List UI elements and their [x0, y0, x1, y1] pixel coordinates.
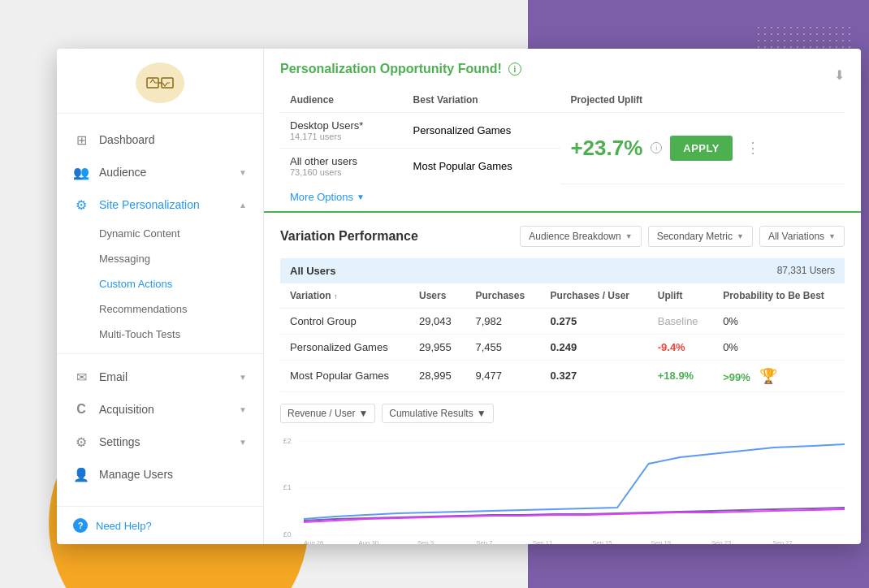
sidebar-item-email[interactable]: ✉ Email ▼	[57, 361, 263, 393]
more-options-icon[interactable]: ⋮	[741, 137, 765, 158]
svg-text:Aug 26: Aug 26	[304, 538, 324, 544]
var-ppu-control: 0.275	[541, 308, 648, 334]
svg-text:Sep 27: Sep 27	[772, 538, 792, 544]
var-purchases-control: 7,982	[465, 308, 540, 334]
sidebar-item-dynamic-content[interactable]: Dynamic Content	[57, 221, 263, 246]
audience-breakdown-label: Audience Breakdown	[529, 231, 620, 242]
var-prob-personalized: 0%	[713, 334, 845, 360]
uplift-value: +23.7%	[570, 136, 642, 161]
apply-button[interactable]: APPLY	[670, 136, 733, 161]
download-icon[interactable]: ⬇	[834, 67, 845, 83]
svg-text:£2: £2	[283, 436, 292, 444]
audience-name-desktop: Desktop Users*	[290, 119, 394, 132]
more-options-button[interactable]: More Options ▼	[280, 184, 845, 211]
sidebar-item-recommendations[interactable]: Recommendations	[57, 296, 263, 322]
sidebar-item-manage-users[interactable]: 👤 Manage Users	[57, 458, 263, 491]
var-purchases-personalized: 7,455	[465, 334, 540, 360]
audience-breakdown-button[interactable]: Audience Breakdown ▼	[520, 226, 641, 247]
results-dropdown[interactable]: Cumulative Results ▼	[382, 404, 493, 423]
audience-name-other: All other users	[290, 155, 394, 167]
chart-area: Revenue / User ▼ Cumulative Results ▼ £2…	[264, 392, 861, 545]
results-label: Cumulative Results	[389, 408, 473, 419]
more-options-label: More Options	[290, 191, 353, 203]
chart-wrapper: £2 £1 £0 Aug 26 Aug 30 Sep 3 Sep 7 Sep 1…	[280, 431, 845, 545]
opp-row-1: Desktop Users* 14,171 users Personalized…	[280, 113, 845, 149]
uplift-row: +23.7% i APPLY ⋮	[570, 136, 835, 161]
svg-text:£0: £0	[283, 530, 292, 538]
audience-count-desktop: 14,171 users	[290, 132, 394, 141]
chevron-down-icon-acquisition: ▼	[239, 405, 247, 414]
sidebar-item-settings[interactable]: ⚙ Settings ▼	[57, 426, 263, 458]
sidebar-item-custom-actions[interactable]: Custom Actions	[57, 271, 263, 296]
acquisition-icon: C	[73, 401, 89, 417]
need-help-label: Need Help?	[96, 520, 152, 532]
all-users-bar: All Users 87,331 Users	[280, 258, 845, 283]
people-icon: 👥	[73, 164, 89, 180]
grid-icon: ⊞	[73, 132, 89, 148]
sidebar-item-dashboard[interactable]: ⊞ Dashboard	[57, 123, 263, 156]
variation-section: Variation Performance Audience Breakdown…	[264, 213, 861, 392]
svg-text:Sep 23: Sep 23	[711, 538, 732, 544]
nav-label-dashboard: Dashboard	[99, 133, 155, 146]
chevron-up-icon: ▲	[239, 201, 247, 210]
nav-label-manage-users: Manage Users	[99, 468, 173, 481]
all-variations-label: All Variations	[768, 231, 824, 242]
sidebar-item-multi-touch-tests[interactable]: Multi-Touch Tests	[57, 322, 263, 347]
chart-svg: £2 £1 £0 Aug 26 Aug 30 Sep 3 Sep 7 Sep 1…	[280, 431, 845, 545]
nav-divider-1	[57, 353, 263, 354]
opp-col-best-variation: Best Variation	[404, 88, 561, 113]
var-col-purchases: Purchases	[465, 283, 540, 309]
trophy-icon: 🏆	[759, 368, 777, 384]
svg-text:Sep 3: Sep 3	[417, 538, 434, 544]
var-uplift-control: Baseline	[648, 308, 713, 334]
all-variations-arrow-icon: ▼	[828, 232, 836, 240]
all-users-count: 87,331 Users	[777, 265, 835, 276]
sort-icon[interactable]: ↑	[334, 292, 338, 300]
uplift-info-icon[interactable]: i	[651, 142, 662, 153]
sub-nav-label-multi-touch-tests: Multi-Touch Tests	[99, 328, 180, 340]
variation-performance-title: Variation Performance	[280, 229, 418, 244]
nav-label-audience: Audience	[99, 166, 146, 179]
nav-label-email: Email	[99, 370, 128, 383]
var-row-personalized: Personalized Games 29,955 7,455 0.249 -9…	[280, 334, 845, 360]
sub-nav-label-dynamic-content: Dynamic Content	[99, 227, 180, 240]
sidebar-item-site-personalization[interactable]: ⚙ Site Personalization ▲	[57, 188, 263, 221]
sidebar-item-audience[interactable]: 👥 Audience ▼	[57, 156, 263, 188]
var-col-probability: Probability to Be Best	[713, 283, 845, 309]
metric-label: Revenue / User	[288, 408, 355, 419]
sidebar-item-acquisition[interactable]: C Acquisition ▼	[57, 393, 263, 426]
audience-cell-other: All other users 73,160 users	[290, 155, 394, 177]
secondary-metric-button[interactable]: Secondary Metric ▼	[648, 226, 753, 247]
var-prob-popular: >99% 🏆	[713, 360, 845, 391]
secondary-metric-label: Secondary Metric	[657, 231, 733, 242]
best-variation-desktop: Personalized Games	[404, 113, 561, 149]
metric-dropdown-arrow-icon: ▼	[358, 408, 368, 419]
info-icon[interactable]: i	[508, 63, 521, 76]
sidebar-item-messaging[interactable]: Messaging	[57, 246, 263, 271]
need-help-button[interactable]: ? Need Help?	[57, 506, 263, 544]
audience-breakdown-arrow-icon: ▼	[625, 232, 633, 240]
secondary-metric-arrow-icon: ▼	[737, 232, 744, 240]
var-col-uplift: Uplift	[648, 283, 713, 309]
variation-controls: Audience Breakdown ▼ Secondary Metric ▼ …	[520, 226, 845, 247]
email-icon: ✉	[73, 369, 89, 385]
svg-text:Sep 7: Sep 7	[476, 538, 492, 544]
opportunity-title: Personalization Opportunity Found! i	[280, 62, 521, 76]
opp-col-projected-uplift: Projected Uplift	[560, 88, 845, 113]
var-name-control: Control Group	[280, 308, 409, 334]
variation-table: Variation ↑ Users Purchases Purchases / …	[280, 283, 845, 392]
var-ppu-popular: 0.327	[541, 360, 648, 391]
var-users-control: 29,043	[409, 308, 465, 334]
audience-cell-desktop: Desktop Users* 14,171 users	[290, 119, 394, 141]
tune-icon: ⚙	[73, 197, 89, 213]
svg-text:Aug 30: Aug 30	[359, 538, 379, 544]
opp-col-audience: Audience	[280, 88, 404, 113]
metric-dropdown[interactable]: Revenue / User ▼	[280, 404, 375, 423]
var-row-control: Control Group 29,043 7,982 0.275 Baselin…	[280, 308, 845, 334]
svg-text:Sep 15: Sep 15	[592, 538, 612, 544]
chevron-down-icon-email: ▼	[239, 373, 247, 382]
var-name-popular: Most Popular Games	[280, 360, 409, 391]
audience-count-other: 73,160 users	[290, 167, 394, 177]
all-variations-button[interactable]: All Variations ▼	[759, 226, 845, 247]
svg-text:Sep 19: Sep 19	[651, 538, 671, 544]
